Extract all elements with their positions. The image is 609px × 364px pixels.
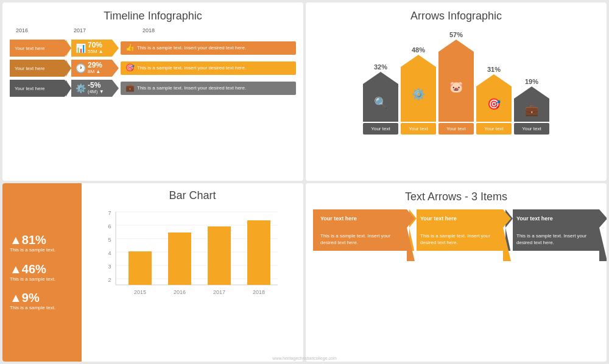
svg-text:7: 7 — [108, 210, 111, 216]
arrow-pct-5: 19% — [525, 78, 538, 85]
tl-seg-3-2016: Your text here — [10, 80, 65, 97]
arrow-pct-1: 32% — [374, 63, 387, 71]
ta-item-2: Your text here This is a sample text. In… — [409, 209, 503, 251]
ta-body-text-1: This is a sample text. Insert your desir… — [320, 233, 390, 245]
year-2018: 2018 — [143, 27, 155, 33]
arrows-labels: Your text Your text Your text Your text … — [357, 123, 555, 135]
arrow-body-2: ⚙️ — [401, 67, 436, 122]
ta-header-text-1: Your text here — [320, 215, 357, 222]
bc-text-3: This is a sample text. — [10, 305, 74, 311]
svg-text:6: 6 — [108, 223, 111, 229]
watermark: www.heritagechristiancollege.com — [272, 356, 336, 360]
arrow-body-5: 💼 — [514, 99, 549, 122]
arrow-icon-2: ⚙️ — [412, 88, 425, 101]
bar-2015 — [128, 251, 152, 285]
svg-text:5: 5 — [108, 237, 111, 243]
ta-body-text-3: This is a sample text. Insert your desir… — [516, 233, 586, 245]
bc-stat-2: ▲46% This is a sample text. — [10, 262, 74, 282]
ta-header-3: Your text here — [505, 209, 599, 228]
arrow-tip-1 — [363, 72, 398, 84]
year-2016: 2016 — [16, 27, 28, 33]
bc-pct-2: ▲46% — [10, 262, 74, 276]
ta-header-2: Your text here — [409, 209, 503, 228]
arrow-tip-3 — [438, 40, 474, 52]
timeline-title: Timeline Infographic — [10, 10, 296, 23]
ta-arrows-container: Your text here This is a sample text. In… — [313, 209, 599, 251]
ta-body-text-2: This is a sample text. Insert your desir… — [420, 233, 490, 245]
arrow-pct-4: 31% — [487, 66, 501, 73]
arrow-col-1: 32% 🔍 — [363, 63, 398, 122]
svg-text:2015: 2015 — [134, 289, 146, 295]
ta-item-1: Your text here This is a sample text. In… — [313, 209, 407, 251]
desc-text-2: This is a sample text. Insert your desir… — [137, 65, 246, 71]
main-grid: Timeline Infographic 2016 2017 2018 Your… — [0, 0, 609, 364]
bc-title: Bar Chart — [89, 189, 296, 202]
ta-header-1: Your text here — [313, 209, 407, 228]
arrow-shape-1: 🔍 — [363, 72, 398, 122]
arrow-col-3: 57% 🐷 — [438, 31, 474, 122]
ta-header-text-2: Your text here — [420, 215, 457, 222]
arrow-tip-2 — [401, 55, 436, 67]
tl-seg-1-2016: Your text here — [10, 40, 65, 57]
tl-sub-2: 8M ▲ — [88, 69, 100, 74]
arrow-shape-3: 🐷 — [438, 40, 474, 122]
bc-pct-3: ▲9% — [10, 291, 74, 305]
bc-main: Bar Chart 7 6 5 4 3 2 — [82, 183, 303, 362]
arrow-shape-4: 🎯 — [476, 74, 512, 122]
bc-stat-3: ▲9% This is a sample text. — [10, 291, 74, 311]
arrow-pct-2: 48% — [412, 46, 425, 54]
tl-sub-3: (4M) ▼ — [88, 89, 104, 94]
timeline-panel: Timeline Infographic 2016 2017 2018 Your… — [2, 2, 303, 181]
desc-text-1: This is a sample text. Insert your desir… — [137, 45, 246, 51]
arrow-shape-5: 💼 — [514, 86, 549, 122]
arrow-shape-2: ⚙️ — [401, 55, 436, 122]
tl-icon-2: 🕐 — [76, 63, 86, 73]
tl-text-3: Your text here — [15, 86, 45, 91]
tl-seg-1-2017: 📊 70%55M ▲ — [66, 40, 112, 57]
ta-body-1: This is a sample text. Insert your desir… — [313, 228, 407, 251]
textarrows-panel: Text Arrows - 3 Items Your text here Thi… — [306, 183, 607, 362]
arrows-title: Arrows Infographic — [313, 10, 599, 23]
timeline-row-3: Your text here ⚙️ -5%(4M) ▼ 💼 This is a … — [10, 80, 296, 97]
bc-text-2: This is a sample text. — [10, 276, 74, 282]
tl-icon-1: 📊 — [76, 43, 86, 53]
tl-stat-1: 70%55M ▲ — [88, 41, 104, 55]
tl-sub-1: 55M ▲ — [88, 49, 104, 54]
ta-header-text-3: Your text here — [516, 215, 553, 222]
svg-text:4: 4 — [108, 250, 111, 256]
arrow-body-1: 🔍 — [363, 84, 398, 122]
bar-2016 — [168, 233, 191, 285]
textarrows-title: Text Arrows - 3 Items — [313, 191, 599, 203]
desc-icon-3: 💼 — [125, 83, 135, 93]
arrow-icon-1: 🔍 — [374, 96, 387, 110]
arrow-col-5: 19% 💼 — [514, 78, 549, 122]
arrow-label-5: Your text — [514, 123, 549, 135]
desc-icon-1: 👍 — [125, 43, 135, 53]
arrows-panel: Arrows Infographic 32% 🔍 48% — [306, 2, 607, 181]
tl-pct-2: 29% — [88, 61, 102, 69]
tl-pct-1: 70% — [88, 41, 102, 49]
tl-seg-2-2017: 🕐 29%8M ▲ — [66, 60, 112, 77]
arrows-bars: 32% 🔍 48% ⚙️ — [357, 27, 555, 122]
tl-desc-3-wrap: 💼 This is a sample text. Insert your des… — [121, 82, 296, 95]
svg-text:2018: 2018 — [253, 289, 265, 295]
bar-2018 — [247, 220, 270, 285]
svg-text:3: 3 — [108, 264, 111, 270]
svg-text:2: 2 — [108, 277, 111, 283]
arrow-tip-5 — [514, 86, 549, 99]
desc-icon-2: 🎯 — [125, 63, 135, 73]
bc-text-1: This is a sample text. — [10, 247, 74, 253]
bc-pct-1: ▲81% — [10, 233, 74, 247]
tl-text-1: Your text here — [15, 46, 45, 51]
arrow-label-1: Your text — [363, 123, 398, 135]
arrow-label-4: Your text — [476, 123, 512, 135]
arrows-chart-wrap: 32% 🔍 48% ⚙️ — [313, 27, 599, 135]
tl-icon-3: ⚙️ — [76, 83, 86, 93]
tl-pct-3: -5% — [88, 81, 100, 89]
tl-seg-2-2016: Your text here — [10, 60, 65, 77]
tl-stat-3: -5%(4M) ▼ — [88, 82, 104, 95]
tl-desc-3: 💼 This is a sample text. Insert your des… — [121, 82, 296, 95]
tl-stat-2: 29%8M ▲ — [88, 61, 102, 75]
arrow-label-2: Your text — [401, 123, 436, 135]
tl-desc-2-wrap: 🎯 This is a sample text. Insert your des… — [121, 61, 296, 75]
